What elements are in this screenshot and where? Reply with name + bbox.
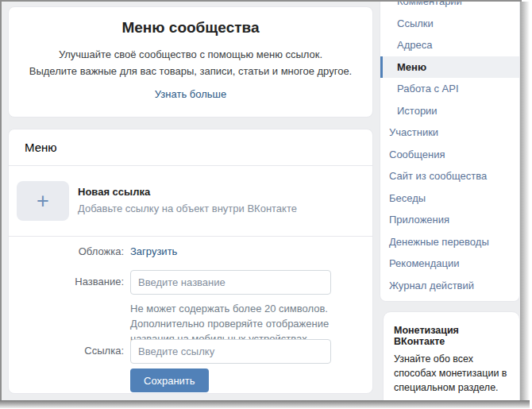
sidebar-item-menu[interactable]: Меню	[380, 56, 519, 79]
screenshot-right-shadow	[520, 2, 530, 400]
community-menu-header-card: Меню сообщества Улучшайте своё сообществ…	[8, 6, 373, 118]
menu-editor-card: Меню + Новая ссылка Добавьте ссылку на о…	[8, 129, 373, 394]
sidebar-item-members[interactable]: Участники	[380, 122, 519, 144]
page-description-line2: Выделите важные для вас товары, записи, …	[9, 63, 372, 79]
new-link-subtitle: Добавьте ссылку на объект внутри ВКонтак…	[78, 203, 297, 214]
vk-settings-viewport: Меню сообщества Улучшайте своё сообществ…	[0, 0, 522, 400]
sidebar-item-stories[interactable]: Истории	[380, 100, 519, 122]
sidebar-item-community-site[interactable]: Сайт из сообщества	[380, 165, 519, 187]
sidebar-item-addresses[interactable]: Адреса	[380, 34, 519, 56]
monetization-title: Монетизация ВКонтакте	[394, 325, 509, 347]
menu-section-title: Меню	[9, 129, 372, 166]
sidebar-item-comments[interactable]: Комментарии	[380, 0, 519, 13]
screenshot-bottom-shadow	[0, 400, 530, 408]
url-label: Ссылка:	[9, 345, 124, 357]
new-link-title: Новая ссылка	[78, 186, 150, 198]
plus-icon: +	[37, 191, 49, 212]
save-button[interactable]: Сохранить	[130, 368, 209, 392]
new-link-row[interactable]: + Новая ссылка Добавьте ссылку на объект…	[9, 166, 372, 237]
sidebar-item-action-log[interactable]: Журнал действий	[380, 275, 519, 297]
sidebar-item-money-transfers[interactable]: Денежные переводы	[380, 231, 519, 253]
add-link-button[interactable]: +	[17, 181, 69, 221]
sidebar-item-apps[interactable]: Приложения	[380, 209, 519, 231]
page-title: Меню сообщества	[9, 19, 372, 37]
learn-more-link[interactable]: Узнать больше	[155, 88, 226, 100]
sidebar-item-chats[interactable]: Беседы	[380, 187, 519, 210]
settings-sidebar: Комментарии Ссылки Адреса Меню Работа с …	[380, 0, 520, 302]
sidebar-item-api[interactable]: Работа с API	[380, 78, 519, 100]
cover-upload-link[interactable]: Загрузить	[130, 245, 177, 257]
page-description: Улучшайте своё сообщество с помощью меню…	[9, 46, 372, 79]
page-description-line1: Улучшайте своё сообщество с помощью меню…	[9, 46, 372, 63]
sidebar-item-messages[interactable]: Сообщения	[380, 144, 519, 166]
name-label: Название:	[9, 276, 124, 287]
monetization-text: Узнайте обо всех способах монетизации в …	[394, 352, 509, 395]
sidebar-item-recommendations[interactable]: Рекомендации	[380, 253, 519, 275]
cover-label: Обложка:	[9, 245, 124, 257]
link-name-input[interactable]	[130, 270, 331, 295]
monetization-card: Монетизация ВКонтакте Узнайте обо всех с…	[383, 311, 520, 400]
sidebar-item-links[interactable]: Ссылки	[380, 13, 519, 35]
link-url-input[interactable]	[130, 339, 331, 364]
